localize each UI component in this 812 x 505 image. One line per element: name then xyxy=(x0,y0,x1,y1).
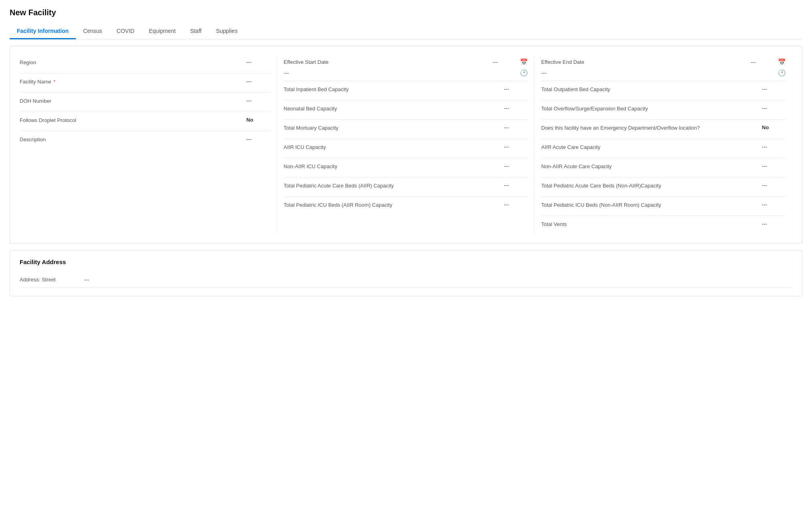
facility-name-value: --- xyxy=(246,78,270,84)
tab-staff[interactable]: Staff xyxy=(183,24,209,39)
effective-start-date-label: Effective Start Date xyxy=(284,59,493,65)
facility-info-card: Region --- Facility Name * --- DOH Numbe… xyxy=(10,46,802,244)
facility-info-grid: Region --- Facility Name * --- DOH Numbe… xyxy=(20,54,792,235)
total-ped-acute-aiir-value: --- xyxy=(504,182,528,188)
region-row: Region --- xyxy=(20,54,270,73)
total-overflow-surge-row: Total Overflow/Surge/Expansion Bed Capac… xyxy=(541,100,786,120)
total-ped-acute-non-aiir-label: Total Pediatric Acute Care Beds (Non-AII… xyxy=(541,182,762,189)
total-ped-acute-aiir-row: Total Pediatric Acute Care Beds (AIIR) C… xyxy=(284,177,528,197)
tab-supplies[interactable]: Supplies xyxy=(209,24,245,39)
droplet-protocol-row: Follows Droplet Protocol No xyxy=(20,112,270,131)
emergency-dept-row: Does this facility have an Emergency Dep… xyxy=(541,120,786,139)
tab-facility-information[interactable]: Facility Information xyxy=(10,24,76,39)
tab-bar: Facility Information Census COVID Equipm… xyxy=(10,24,802,39)
description-row: Description --- xyxy=(20,131,270,151)
region-label: Region xyxy=(20,59,246,66)
col2: Effective Start Date --- 📅 --- 🕐 Total I… xyxy=(277,54,535,235)
total-ped-icu-non-aiir-value: --- xyxy=(762,202,786,208)
aiir-icu-row: AIIR ICU Capacity --- xyxy=(284,139,528,158)
effective-end-date-header: Effective End Date --- 📅 xyxy=(541,54,786,67)
total-ped-icu-non-aiir-label: Total Pediatric ICU Beds (Non-AIIR Room)… xyxy=(541,202,762,209)
non-aiir-acute-care-label: Non-AIIR Acute Care Capacity xyxy=(541,163,762,170)
effective-end-date-label: Effective End Date xyxy=(541,59,751,65)
description-label: Description xyxy=(20,136,246,143)
effective-start-time-row: --- 🕐 xyxy=(284,67,528,81)
total-ped-acute-non-aiir-row: Total Pediatric Acute Care Beds (Non-AII… xyxy=(541,177,786,197)
emergency-dept-label: Does this facility have an Emergency Dep… xyxy=(541,124,762,132)
tab-census[interactable]: Census xyxy=(76,24,109,39)
aiir-acute-care-row: AIIR Acute Care Capacity --- xyxy=(541,139,786,158)
emergency-dept-value: No xyxy=(762,124,786,130)
aiir-acute-care-label: AIIR Acute Care Capacity xyxy=(541,144,762,151)
page-title: New Facility xyxy=(10,8,802,17)
total-ped-icu-aiir-value: --- xyxy=(504,202,528,208)
effective-end-date-group: Effective End Date --- 📅 --- 🕐 xyxy=(541,54,786,81)
effective-end-time-value: --- xyxy=(541,70,775,76)
calendar-icon-start[interactable]: 📅 xyxy=(520,58,528,66)
facility-name-row: Facility Name * --- xyxy=(20,73,270,93)
facility-name-label: Facility Name * xyxy=(20,78,246,86)
total-outpatient-bed-row: Total Outpatient Bed Capacity --- xyxy=(541,81,786,100)
total-vents-label: Total Vents xyxy=(541,221,762,228)
total-overflow-surge-label: Total Overflow/Surge/Expansion Bed Capac… xyxy=(541,105,762,112)
aiir-acute-care-value: --- xyxy=(762,144,786,150)
total-vents-value: --- xyxy=(762,221,786,227)
effective-start-date-group: Effective Start Date --- 📅 --- 🕐 xyxy=(284,54,528,81)
aiir-icu-label: AIIR ICU Capacity xyxy=(284,144,504,151)
address-street-row: Address: Street --- xyxy=(20,272,792,288)
aiir-icu-value: --- xyxy=(504,144,528,150)
total-mortuary-label: Total Mortuary Capacity xyxy=(284,124,504,132)
effective-end-time-row: --- 🕐 xyxy=(541,67,786,81)
required-marker: * xyxy=(52,79,56,85)
total-ped-icu-aiir-label: Total Pediatric ICU Beds (AIIR Room) Cap… xyxy=(284,202,504,209)
total-inpatient-bed-label: Total Inpatient Bed Capacity xyxy=(284,86,504,93)
effective-start-time-value: --- xyxy=(284,70,517,76)
facility-address-card: Facility Address Address: Street --- xyxy=(10,250,802,296)
neonatal-bed-row: Neonatal Bed Capacity --- xyxy=(284,100,528,120)
doh-number-value: --- xyxy=(246,98,270,104)
neonatal-bed-value: --- xyxy=(504,105,528,111)
total-outpatient-bed-value: --- xyxy=(762,86,786,92)
effective-start-date-header: Effective Start Date --- 📅 xyxy=(284,54,528,67)
total-ped-icu-aiir-row: Total Pediatric ICU Beds (AIIR Room) Cap… xyxy=(284,197,528,216)
non-aiir-icu-row: Non-AIIR ICU Capacity --- xyxy=(284,158,528,177)
total-vents-row: Total Vents --- xyxy=(541,216,786,235)
total-ped-acute-aiir-label: Total Pediatric Acute Care Beds (AIIR) C… xyxy=(284,182,504,189)
non-aiir-acute-care-value: --- xyxy=(762,163,786,169)
tab-covid[interactable]: COVID xyxy=(110,24,142,39)
non-aiir-icu-label: Non-AIIR ICU Capacity xyxy=(284,163,504,170)
total-inpatient-bed-row: Total Inpatient Bed Capacity --- xyxy=(284,81,528,100)
doh-number-row: DOH Number --- xyxy=(20,93,270,112)
effective-start-date-value: --- xyxy=(493,59,517,65)
total-mortuary-row: Total Mortuary Capacity --- xyxy=(284,120,528,139)
clock-icon-start[interactable]: 🕐 xyxy=(520,69,528,77)
col3: Effective End Date --- 📅 --- 🕐 Total Out… xyxy=(535,54,792,235)
total-inpatient-bed-value: --- xyxy=(504,86,528,92)
effective-end-date-value: --- xyxy=(751,59,775,65)
non-aiir-acute-care-row: Non-AIIR Acute Care Capacity --- xyxy=(541,158,786,177)
col1: Region --- Facility Name * --- DOH Numbe… xyxy=(20,54,277,235)
droplet-protocol-label: Follows Droplet Protocol xyxy=(20,117,246,124)
total-ped-acute-non-aiir-value: --- xyxy=(762,182,786,188)
non-aiir-icu-value: --- xyxy=(504,163,528,169)
total-mortuary-value: --- xyxy=(504,124,528,130)
doh-number-label: DOH Number xyxy=(20,98,246,105)
address-street-value: --- xyxy=(84,277,89,283)
description-value: --- xyxy=(246,136,270,142)
total-overflow-surge-value: --- xyxy=(762,105,786,111)
total-outpatient-bed-label: Total Outpatient Bed Capacity xyxy=(541,86,762,93)
address-street-label: Address: Street xyxy=(20,277,84,283)
clock-icon-end[interactable]: 🕐 xyxy=(778,69,786,77)
region-value: --- xyxy=(246,59,270,65)
tab-equipment[interactable]: Equipment xyxy=(142,24,183,39)
neonatal-bed-label: Neonatal Bed Capacity xyxy=(284,105,504,112)
total-ped-icu-non-aiir-row: Total Pediatric ICU Beds (Non-AIIR Room)… xyxy=(541,197,786,216)
facility-address-title: Facility Address xyxy=(20,259,792,265)
droplet-protocol-value: No xyxy=(246,117,270,123)
calendar-icon-end[interactable]: 📅 xyxy=(778,58,786,66)
